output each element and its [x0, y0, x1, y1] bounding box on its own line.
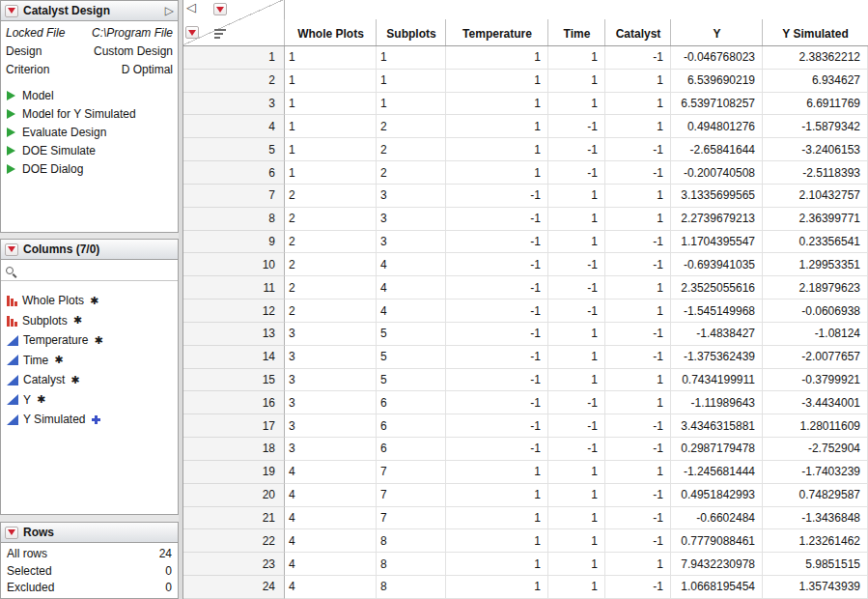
table-cell[interactable]: -1 — [548, 414, 605, 438]
table-cell[interactable]: 1 — [605, 300, 671, 323]
table-cell[interactable]: 3 — [285, 369, 377, 392]
table-cell[interactable]: 1 — [548, 323, 605, 346]
column-list-item[interactable]: Subplots✱ — [1, 311, 178, 331]
table-cell[interactable]: 4 — [285, 507, 377, 530]
table-cell[interactable]: 0.7434199911 — [671, 369, 763, 392]
table-cell[interactable]: -1 — [605, 46, 671, 70]
table-cell[interactable]: -0.046768023 — [671, 46, 763, 70]
table-cell[interactable]: -1 — [605, 414, 671, 438]
table-cell[interactable]: -1 — [605, 438, 671, 461]
column-list-item[interactable]: Y✱ — [1, 390, 178, 411]
table-cell[interactable]: 2 — [285, 185, 377, 208]
row-number[interactable]: 10 — [183, 253, 285, 276]
columns-search-input[interactable] — [1, 263, 178, 281]
table-cell[interactable]: 1 — [446, 553, 548, 576]
table-cell[interactable]: 1 — [377, 46, 446, 70]
table-cell[interactable]: 1.29953351 — [763, 253, 868, 276]
table-cell[interactable]: 1 — [605, 461, 671, 484]
table-cell[interactable]: -0.6602484 — [671, 507, 763, 530]
table-cell[interactable]: -1 — [446, 414, 548, 438]
row-number[interactable]: 9 — [183, 231, 285, 254]
table-cell[interactable]: -1.7403239 — [763, 461, 868, 484]
table-cell[interactable]: 1 — [548, 576, 605, 599]
table-cell[interactable]: 1 — [285, 161, 377, 185]
table-cell[interactable]: 1 — [446, 576, 548, 599]
rows-stat-row[interactable]: All rows24 — [7, 546, 172, 563]
table-cell[interactable]: 1 — [548, 553, 605, 576]
table-cell[interactable]: 1 — [377, 70, 446, 93]
panel-disclosure-icon[interactable]: ▷ — [165, 4, 174, 17]
rows-stat-row[interactable]: Selected0 — [7, 563, 172, 581]
collapse-sidebar-icon[interactable]: ◁ — [186, 0, 196, 14]
table-cell[interactable]: 1 — [548, 208, 605, 231]
column-list-item[interactable]: Whole Plots✱ — [1, 291, 178, 311]
table-cell[interactable]: 6.5397108257 — [671, 93, 763, 116]
table-cell[interactable]: 2 — [285, 253, 377, 276]
table-cell[interactable]: -1.5879342 — [763, 115, 868, 138]
row-number[interactable]: 20 — [183, 484, 285, 507]
table-cell[interactable]: 1 — [605, 369, 671, 392]
table-cell[interactable]: -1 — [605, 138, 671, 161]
table-cell[interactable]: 1 — [285, 93, 377, 116]
table-cell[interactable]: 2.3525055616 — [671, 276, 763, 300]
table-cell[interactable]: 1 — [377, 93, 446, 116]
table-cell[interactable]: 2 — [285, 276, 377, 300]
table-cell[interactable]: 1 — [446, 70, 548, 93]
table-cell[interactable]: -1 — [446, 208, 548, 231]
table-cell[interactable]: 4 — [285, 529, 377, 553]
table-cell[interactable]: 3 — [377, 231, 446, 254]
table-cell[interactable]: -3.2406153 — [763, 138, 868, 161]
table-cell[interactable]: 1 — [605, 391, 671, 414]
table-cell[interactable]: 7 — [377, 461, 446, 484]
table-cell[interactable]: 3.4346315881 — [671, 414, 763, 438]
table-cell[interactable]: -1 — [446, 253, 548, 276]
table-cell[interactable]: -1.11989643 — [671, 391, 763, 414]
row-number[interactable]: 8 — [183, 208, 285, 231]
table-cell[interactable]: 6.539690219 — [671, 70, 763, 93]
column-header-y-simulated[interactable]: Y Simulated — [763, 0, 868, 45]
table-cell[interactable]: 4 — [285, 461, 377, 484]
table-cell[interactable]: 6.934627 — [763, 70, 868, 93]
table-cell[interactable]: 1 — [605, 93, 671, 116]
table-cell[interactable]: 5.9851515 — [763, 553, 868, 576]
row-number[interactable]: 24 — [183, 576, 285, 599]
table-cell[interactable]: 1 — [446, 138, 548, 161]
table-cell[interactable]: 3 — [377, 185, 446, 208]
table-cell[interactable]: -1 — [548, 276, 605, 300]
table-script-item[interactable]: Model for Y Simulated — [6, 104, 173, 123]
table-cell[interactable]: -1 — [605, 161, 671, 185]
table-cell[interactable]: 1 — [548, 346, 605, 369]
table-cell[interactable]: -1 — [446, 185, 548, 208]
column-header-y[interactable]: Y — [671, 0, 763, 45]
row-order-icon[interactable] — [214, 29, 226, 41]
row-number[interactable]: 7 — [183, 185, 285, 208]
table-cell[interactable]: 0.4951842993 — [671, 484, 763, 507]
table-cell[interactable]: -1 — [446, 276, 548, 300]
table-cell[interactable]: 5 — [377, 346, 446, 369]
grid-columns-red-triangle-menu-icon[interactable] — [213, 3, 227, 15]
table-cell[interactable]: -1 — [446, 391, 548, 414]
table-cell[interactable]: 1 — [446, 161, 548, 185]
table-cell[interactable]: -0.693941035 — [671, 253, 763, 276]
column-header-time[interactable]: Time — [548, 0, 605, 45]
table-cell[interactable]: 1 — [446, 93, 548, 116]
table-cell[interactable]: 1 — [446, 461, 548, 484]
table-cell[interactable]: -1 — [548, 300, 605, 323]
table-cell[interactable]: 4 — [377, 253, 446, 276]
row-number[interactable]: 23 — [183, 553, 285, 576]
row-number[interactable]: 22 — [183, 529, 285, 553]
table-cell[interactable]: 1 — [285, 46, 377, 70]
table-cell[interactable]: 3 — [285, 391, 377, 414]
table-cell[interactable]: -1.4838427 — [671, 323, 763, 346]
row-number[interactable]: 1 — [183, 46, 285, 70]
table-cell[interactable]: 6.6911769 — [763, 93, 868, 116]
column-header-temperature[interactable]: Temperature — [446, 0, 548, 45]
table-cell[interactable]: 8 — [377, 529, 446, 553]
table-cell[interactable]: -1 — [605, 231, 671, 254]
row-number[interactable]: 16 — [183, 391, 285, 414]
table-cell[interactable]: -1 — [548, 253, 605, 276]
row-number[interactable]: 17 — [183, 414, 285, 438]
table-cell[interactable]: 2.38362212 — [763, 46, 868, 70]
table-cell[interactable]: 2 — [377, 161, 446, 185]
row-number[interactable]: 15 — [183, 369, 285, 392]
